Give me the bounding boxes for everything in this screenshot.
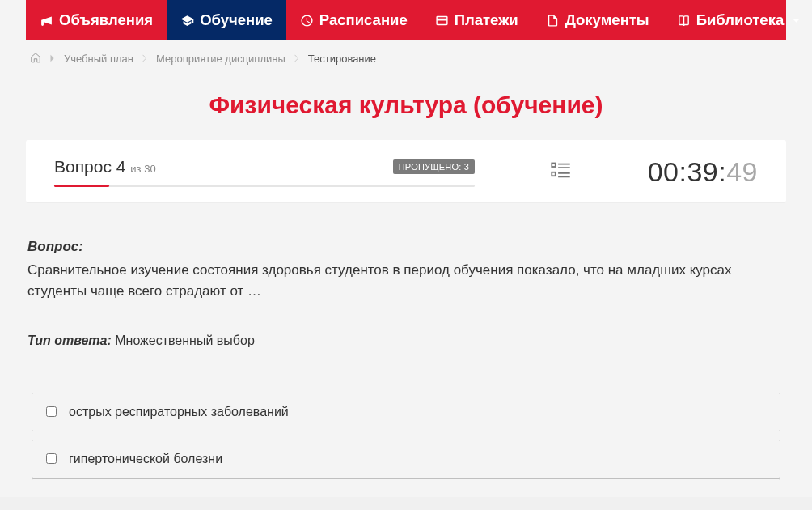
options-list: острых респираторных заболеваний гиперто… [26, 393, 786, 478]
question-num: 4 [116, 157, 126, 176]
question-progress: Вопрос 4 из 30 ПРОПУЩЕНО: 3 [54, 157, 475, 187]
svg-rect-0 [552, 164, 556, 168]
question-total: 30 [144, 163, 155, 175]
option-checkbox[interactable] [46, 406, 57, 417]
breadcrumb-event[interactable]: Мероприятие дисциплины [156, 53, 285, 65]
question-number: Вопрос 4 из 30 [54, 157, 156, 176]
nav-label: Объявления [59, 11, 153, 29]
timer-main: 00:39: [648, 156, 727, 187]
svg-rect-1 [552, 172, 556, 176]
nav-schedule[interactable]: Расписание [286, 0, 421, 40]
progress-fill [54, 185, 109, 187]
nav-payments[interactable]: Платежи [421, 0, 532, 40]
answer-type-value: Множественный выбор [115, 334, 255, 347]
breadcrumb-home[interactable] [30, 52, 41, 66]
option-text: гипертонической болезни [69, 452, 222, 466]
answer-type: Тип ответа: Множественный выбор [27, 334, 785, 348]
nav-label: Библиотека [696, 11, 785, 29]
megaphone-icon [40, 14, 53, 28]
nav-label: Расписание [319, 11, 408, 29]
home-icon [30, 52, 41, 63]
chevron-right-icon [49, 53, 56, 65]
list-icon [550, 159, 572, 181]
nav-documents[interactable]: Документы [532, 0, 663, 40]
clock-icon [300, 14, 314, 28]
timer-seconds: 49 [726, 156, 758, 187]
nav-label: Обучение [200, 11, 273, 29]
option-checkbox[interactable] [46, 453, 57, 464]
question-list-button[interactable] [550, 159, 572, 185]
library-icon [677, 14, 691, 28]
question-of: из [130, 163, 141, 175]
chevron-right-icon [294, 53, 300, 65]
document-icon [546, 14, 560, 28]
skipped-badge[interactable]: ПРОПУЩЕНО: 3 [393, 159, 475, 174]
status-bar: Вопрос 4 из 30 ПРОПУЩЕНО: 3 [26, 140, 786, 202]
nav-label: Документы [565, 11, 649, 29]
question-body: Вопрос: Сравнительное изучение состояния… [26, 202, 786, 348]
option-row[interactable]: острых респираторных заболеваний [32, 393, 780, 431]
nav-library[interactable]: Библиотека [663, 0, 812, 40]
nav-label: Платежи [455, 11, 518, 29]
progress-bar [54, 185, 475, 187]
timer: 00:39:49 [648, 156, 758, 188]
payment-icon [435, 14, 449, 28]
chevron-down-icon [789, 14, 803, 28]
page-title: Физическая культура (обучение) [26, 77, 786, 140]
question-prefix: Вопрос [54, 157, 112, 176]
option-text: острых респираторных заболеваний [69, 405, 289, 419]
nav-learning[interactable]: Обучение [167, 0, 286, 40]
nav-announcements[interactable]: Объявления [26, 0, 167, 40]
option-row-partial [32, 478, 780, 483]
main-nav: Объявления Обучение Расписание Платежи Д… [26, 0, 786, 40]
breadcrumb-plan[interactable]: Учебный план [64, 53, 133, 65]
question-label: Вопрос: [27, 239, 785, 255]
question-text: Сравнительное изучение состояния здоровь… [27, 260, 785, 303]
breadcrumb-current: Тестирование [308, 53, 376, 65]
graduation-icon [180, 14, 194, 28]
breadcrumb: Учебный план Мероприятие дисциплины Тест… [26, 40, 786, 77]
answer-type-label: Тип ответа: [27, 334, 112, 347]
chevron-right-icon [142, 53, 148, 65]
option-row[interactable]: гипертонической болезни [32, 440, 780, 478]
